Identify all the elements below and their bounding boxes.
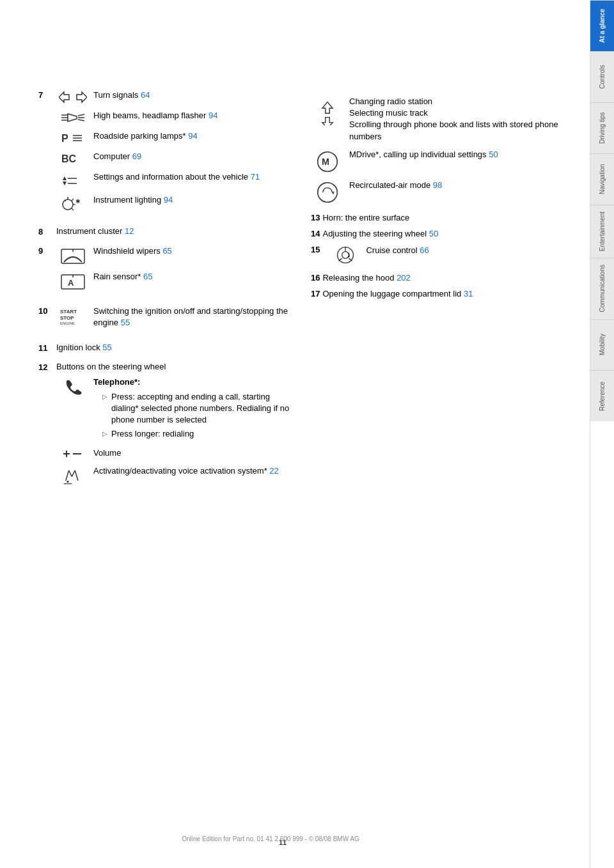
svg-marker-14 — [63, 182, 67, 185]
sidebar-tab-reference[interactable]: Reference — [590, 370, 614, 421]
item-7-sub5-text: Settings and information about the vehic… — [93, 171, 292, 183]
item-7: 7 — [38, 89, 292, 217]
item-9-sub2: A Rain sensor* 65 — [56, 271, 292, 291]
item-10-number: 10 — [38, 306, 52, 316]
item-8: 8 Instrument cluster 12 — [38, 226, 292, 236]
item-8-link[interactable]: 12 — [125, 226, 134, 236]
item-17: 17 Opening the luggage compartment lid 3… — [311, 289, 564, 298]
svg-marker-42 — [322, 118, 333, 125]
item-12: 12 Buttons on the steering wheel — [38, 362, 292, 491]
item-12-voice: Activating/deactivating voice activation… — [56, 465, 292, 486]
item-13: 13 Horn: the entire surface — [311, 213, 564, 222]
item-8-content: Instrument cluster 12 — [56, 226, 292, 236]
rc-radio-station: Changing radio station Selecting music t… — [311, 96, 564, 143]
bullet-triangle-1: ▷ — [102, 392, 107, 401]
rc-recirculated-link[interactable]: 98 — [433, 180, 442, 190]
sidebar-tab-controls[interactable]: Controls — [590, 51, 614, 102]
item-7-sub4-text: Computer 69 — [93, 151, 292, 162]
rc-mdrive: M MDrive*, calling up individual setting… — [311, 149, 564, 173]
sidebar-tab-communications[interactable]: Communications — [590, 258, 614, 318]
svg-line-7 — [78, 120, 84, 121]
item-7-sub3-text: Roadside parking lamps* 94 — [93, 130, 292, 142]
item-7-sub2-text: High beams, headlamp flasher 94 — [93, 110, 292, 121]
left-column: 7 — [38, 89, 292, 500]
item-7-content: Turn signals 64 — [56, 89, 292, 217]
item-7-sub1: Turn signals 64 — [56, 89, 292, 105]
sidebar-tab-entertainment[interactable]: Entertainment — [590, 205, 614, 258]
bullet-triangle-2: ▷ — [102, 430, 107, 438]
rc-recirculated-text: Recirculated-air mode 98 — [349, 180, 564, 191]
voice-activation-icon — [56, 465, 90, 486]
sidebar-tab-driving-tips[interactable]: Driving tips — [590, 102, 614, 153]
item-7-sub1-text: Turn signals 64 — [93, 89, 292, 101]
svg-text:BC: BC — [61, 153, 77, 164]
svg-text:P: P — [61, 133, 68, 144]
item-9-sub1: Windshield wipers 65 — [56, 245, 292, 266]
sidebar-tab-at-a-glance[interactable]: At a glance — [590, 0, 614, 51]
radio-station-icon — [311, 96, 344, 125]
item-7-sub6-text: Instrument lighting 94 — [93, 194, 292, 206]
item-12-volume-text: Volume — [93, 447, 292, 459]
svg-text:STOP: STOP — [60, 315, 74, 321]
volume-icon — [56, 447, 90, 460]
item-7-sub3-link[interactable]: 94 — [188, 131, 197, 141]
svg-text:START: START — [60, 309, 77, 314]
sidebar-tab-navigation[interactable]: Navigation — [590, 153, 614, 205]
item-12-telephone-content: Telephone*: ▷ Press: accepting and endin… — [93, 376, 292, 442]
item-7-sub6-link[interactable]: 94 — [164, 195, 173, 205]
item-9-sub2-link[interactable]: 65 — [143, 272, 152, 281]
item-12-voice-link[interactable]: 22 — [269, 466, 278, 476]
rain-sensor-icon: A — [56, 271, 90, 291]
svg-point-17 — [63, 199, 73, 210]
item-17-link[interactable]: 31 — [464, 289, 473, 298]
item-12-header: Buttons on the steering wheel — [56, 362, 292, 371]
item-9: 9 — [38, 245, 292, 297]
item-7-sub2-link[interactable]: 94 — [209, 111, 217, 120]
rc-mdrive-link[interactable]: 50 — [489, 150, 498, 159]
item-10-link[interactable]: 55 — [121, 318, 130, 327]
start-stop-icon: START STOP ENGINE — [56, 306, 90, 325]
svg-text:✱: ✱ — [75, 198, 81, 205]
item-16-link[interactable]: 202 — [397, 273, 411, 283]
item-7-sub5-link[interactable]: 71 — [251, 172, 260, 182]
rc-radio-text: Changing radio station Selecting music t… — [349, 96, 564, 143]
mdrive-icon: M — [311, 149, 344, 173]
svg-text:A: A — [68, 278, 74, 288]
telephone-bullet2: ▷ Press longer: redialing — [102, 428, 292, 440]
item-15-link[interactable]: 66 — [420, 245, 429, 255]
item-7-sub4: BC Computer 69 — [56, 151, 292, 166]
item-9-content: Windshield wipers 65 A — [56, 245, 292, 297]
item-7-sub3: P Roadside parking lamps* 94 — [56, 130, 292, 146]
content-columns: 7 — [38, 89, 564, 500]
item-10: 10 START STOP ENGINE Switch — [38, 306, 292, 334]
svg-marker-41 — [322, 102, 333, 114]
item-11: 11 Ignition lock 55 — [38, 343, 292, 353]
item-10-text: Switching the ignition on/off and starti… — [93, 306, 292, 329]
parking-lamps-icon: P — [56, 130, 90, 146]
item-7-sub4-link[interactable]: 69 — [132, 151, 141, 161]
item-11-number: 11 — [38, 343, 52, 353]
rc-recirculated: Recirculated-air mode 98 — [311, 180, 564, 204]
item-14-link[interactable]: 50 — [429, 229, 438, 238]
cruise-control-icon — [329, 245, 362, 265]
item-8-number: 8 — [38, 227, 52, 236]
svg-point-45 — [318, 182, 338, 202]
svg-line-38 — [75, 470, 78, 481]
telephone-bullet1: ▷ Press: accepting and ending a call, st… — [102, 391, 292, 426]
page-container: 7 — [0, 0, 614, 868]
svg-text:ENGINE: ENGINE — [60, 322, 75, 325]
page-footer: 11 Online Edition for Part no. 01 41 2 6… — [0, 839, 565, 849]
item-9-sub1-link[interactable]: 65 — [162, 246, 171, 256]
item-7-sub1-link[interactable]: 64 — [141, 90, 150, 100]
svg-line-5 — [78, 114, 84, 116]
svg-marker-1 — [77, 92, 87, 102]
settings-icon — [56, 171, 90, 189]
svg-marker-0 — [59, 92, 69, 102]
svg-point-39 — [67, 481, 68, 483]
rc-numbered-items: 13 Horn: the entire surface 14 Adjusting… — [311, 213, 564, 298]
item-7-sub5: Settings and information about the vehic… — [56, 171, 292, 189]
item-12-telephone: Telephone*: ▷ Press: accepting and endin… — [56, 376, 292, 442]
item-11-link[interactable]: 55 — [102, 343, 111, 352]
item-15-text: Cruise control 66 — [366, 245, 429, 256]
sidebar-tab-mobility[interactable]: Mobility — [590, 319, 614, 370]
